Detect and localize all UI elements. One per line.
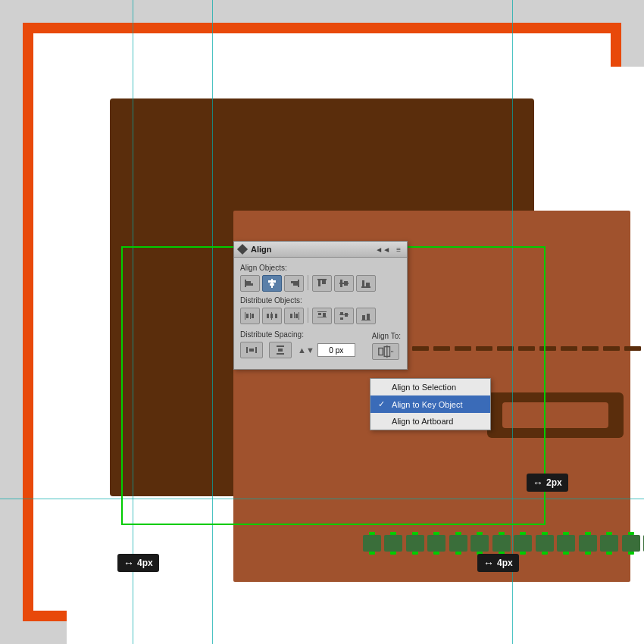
svg-rect-33 xyxy=(317,317,327,317)
deco-item xyxy=(600,535,618,552)
align-to-dropdown: Align to Selection ✓ Align to Key Object… xyxy=(370,378,491,430)
distribute-center-h-button[interactable] xyxy=(262,308,282,324)
check-mark: ✓ xyxy=(378,399,387,409)
distribute-spacing-h-button[interactable] xyxy=(240,342,263,358)
distribute-spacing-section: Distribute Spacing: xyxy=(240,329,360,361)
svg-rect-28 xyxy=(294,312,295,318)
distribute-objects-row xyxy=(240,308,401,324)
svg-rect-9 xyxy=(317,279,327,280)
distribute-spacing-input-group: ▲▼ xyxy=(298,343,355,357)
svg-rect-2 xyxy=(246,283,253,286)
distribute-spacing-arrows: ▲▼ xyxy=(298,345,314,355)
svg-rect-20 xyxy=(250,313,251,319)
deco-item xyxy=(363,535,381,552)
align-to-selection-label: Align to Selection xyxy=(392,383,456,392)
align-horizontal-centers-button[interactable] xyxy=(262,275,282,292)
stitch-dash xyxy=(624,346,641,351)
align-to-section: Align To: xyxy=(372,330,401,360)
deco-item xyxy=(470,535,489,552)
align-bottom-edges-button[interactable] xyxy=(356,275,376,292)
svg-rect-17 xyxy=(366,283,370,286)
deco-item xyxy=(622,535,640,552)
align-to-button[interactable] xyxy=(372,343,399,360)
distribute-spacing-controls: ▲▼ xyxy=(240,342,360,358)
svg-rect-40 xyxy=(367,314,370,320)
distribute-center-v-button[interactable] xyxy=(334,308,354,324)
distribute-bottom-button[interactable] xyxy=(356,308,376,324)
svg-rect-25 xyxy=(275,314,277,318)
distribute-right-button[interactable] xyxy=(284,308,304,324)
left-dim-arrow-icon: ↔ xyxy=(123,557,134,569)
align-panel: Align ◄◄ ≡ Align Objects: xyxy=(233,241,408,370)
align-objects-label: Align Objects: xyxy=(240,264,401,272)
svg-rect-38 xyxy=(361,320,370,320)
side-dimension-badge: ↔ 2px xyxy=(527,474,568,492)
align-to-selection-option[interactable]: Align to Selection xyxy=(370,379,490,395)
deco-item xyxy=(449,535,467,552)
left-dimension-badge: ↔ 4px xyxy=(117,554,159,572)
deco-item xyxy=(384,535,402,552)
stitch-dash xyxy=(582,346,599,351)
svg-rect-32 xyxy=(323,313,326,317)
svg-rect-5 xyxy=(270,283,274,286)
right-dimension-badge: ↔ 4px xyxy=(477,554,519,572)
svg-rect-13 xyxy=(340,280,342,287)
align-to-key-object-label: Align to Key Object xyxy=(392,400,463,409)
align-to-artboard-option[interactable]: Align to Artboard xyxy=(370,413,490,430)
distribute-spacing-input[interactable] xyxy=(317,343,355,357)
align-left-edges-button[interactable] xyxy=(240,275,260,292)
panel-menu-button[interactable]: ≡ xyxy=(395,245,402,254)
distribute-objects-label: Distribute Objects: xyxy=(240,296,401,305)
align-vertical-centers-button[interactable] xyxy=(334,275,354,292)
right-dim-arrow-icon: ↔ xyxy=(483,557,494,569)
bottom-decorations xyxy=(357,532,644,555)
panel-icon xyxy=(237,244,248,255)
stitch-dash xyxy=(561,346,577,351)
svg-rect-19 xyxy=(246,314,249,318)
panel-divider-2 xyxy=(308,308,308,323)
svg-rect-24 xyxy=(270,314,273,318)
svg-rect-14 xyxy=(344,281,348,286)
svg-rect-30 xyxy=(317,311,327,312)
distribute-spacing-align-to-row: Distribute Spacing: xyxy=(240,329,401,361)
svg-rect-36 xyxy=(345,313,348,317)
align-right-edges-button[interactable] xyxy=(284,275,304,292)
svg-rect-29 xyxy=(295,314,298,318)
svg-marker-50 xyxy=(391,351,394,352)
distribute-top-button[interactable] xyxy=(312,308,332,324)
deco-item xyxy=(579,535,597,552)
svg-rect-42 xyxy=(255,347,257,353)
svg-rect-22 xyxy=(267,314,269,318)
deco-item xyxy=(514,535,532,552)
align-objects-row xyxy=(240,275,401,292)
deco-item xyxy=(492,535,511,552)
align-top-edges-button[interactable] xyxy=(312,275,332,292)
distribute-spacing-label: Distribute Spacing: xyxy=(240,330,360,339)
svg-rect-26 xyxy=(299,312,299,320)
align-to-key-object-option[interactable]: ✓ Align to Key Object xyxy=(370,395,490,413)
panel-minimize-button[interactable]: ◄◄ xyxy=(374,245,392,254)
right-dimension-value: 4px xyxy=(497,558,513,568)
svg-rect-27 xyxy=(290,314,292,318)
svg-rect-16 xyxy=(362,280,364,286)
svg-rect-15 xyxy=(361,286,370,288)
panel-titlebar[interactable]: Align ◄◄ ≡ xyxy=(234,242,407,258)
svg-rect-45 xyxy=(277,353,284,355)
deco-item xyxy=(557,535,575,552)
side-dim-arrow-icon: ↔ xyxy=(533,477,543,489)
deco-item xyxy=(427,535,445,552)
svg-rect-4 xyxy=(268,280,276,283)
svg-rect-21 xyxy=(252,314,254,318)
distribute-left-button[interactable] xyxy=(240,308,260,324)
svg-rect-10 xyxy=(318,280,320,286)
left-dimension-value: 4px xyxy=(137,558,153,568)
distribute-spacing-v-button[interactable] xyxy=(269,342,292,358)
svg-rect-11 xyxy=(322,280,326,284)
svg-rect-7 xyxy=(291,281,298,283)
panel-title: Align xyxy=(251,245,272,254)
svg-rect-18 xyxy=(245,312,245,320)
svg-rect-6 xyxy=(298,280,299,287)
svg-rect-1 xyxy=(246,281,251,283)
svg-rect-37 xyxy=(340,317,343,320)
deco-item xyxy=(406,535,424,552)
